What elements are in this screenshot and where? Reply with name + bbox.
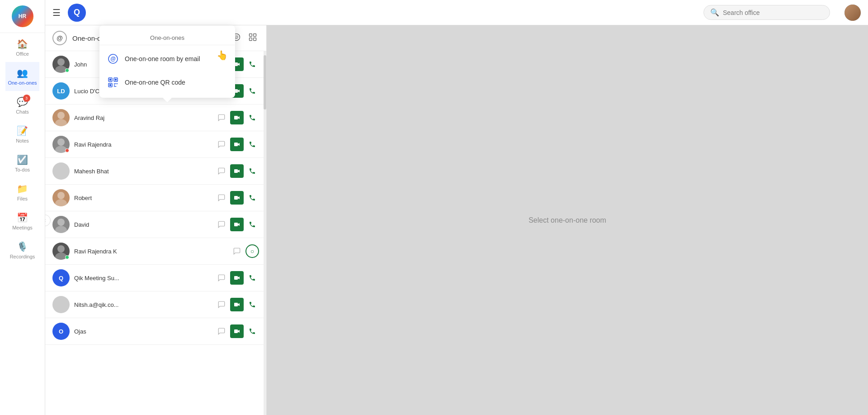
sidebar-item-meetings[interactable]: 📅 Meetings	[5, 207, 39, 236]
logo-circle: HR	[12, 5, 33, 27]
sidebar-item-files[interactable]: 📁 Files	[5, 178, 39, 207]
dropdown-item-qr-code[interactable]: One-on-one QR code	[99, 71, 235, 94]
contact-item[interactable]: O Ojas	[45, 318, 266, 345]
video-button[interactable]	[230, 271, 244, 285]
chat-button[interactable]	[215, 218, 228, 231]
contact-item[interactable]: Mahesh Bhat	[45, 158, 266, 185]
video-button[interactable]	[230, 324, 244, 338]
contacts-list: John LD Lucio D'Costa	[45, 51, 266, 415]
video-button[interactable]	[230, 164, 244, 178]
video-button[interactable]	[230, 138, 244, 151]
video-button[interactable]	[230, 111, 244, 124]
main-area: Select one-on-one room	[267, 25, 868, 415]
contact-name: Ravi Rajendra K	[74, 248, 226, 255]
chat-button[interactable]	[215, 271, 228, 285]
chat-button[interactable]	[230, 244, 244, 258]
contact-item[interactable]: Ravi Rajendra	[45, 131, 266, 158]
video-button[interactable]	[230, 298, 244, 311]
svg-rect-18	[250, 38, 252, 41]
nav-label-todos: To-dos	[15, 167, 30, 172]
sidebar-item-chats[interactable]: 💬 Chats 3	[5, 91, 39, 120]
phone-button[interactable]	[245, 84, 259, 98]
at-icon: @	[52, 31, 67, 45]
select-room-message: Select one-on-one room	[528, 216, 606, 224]
contact-actions	[215, 218, 259, 231]
contact-name: Ojas	[74, 328, 210, 335]
svg-point-26	[57, 192, 65, 199]
contact-name: Qik Meeting Su...	[74, 275, 210, 281]
phone-button[interactable]	[245, 324, 259, 338]
chat-button[interactable]	[215, 138, 228, 151]
phone-button[interactable]	[245, 218, 259, 231]
phone-button[interactable]	[245, 164, 259, 178]
video-button[interactable]	[230, 191, 244, 205]
hamburger-button[interactable]: ☰	[52, 7, 61, 18]
svg-rect-7	[109, 84, 111, 86]
circle-button[interactable]: ○	[245, 244, 259, 258]
phone-button[interactable]	[245, 111, 259, 124]
sidebar-item-office[interactable]: 🏠 Office	[5, 33, 39, 62]
contact-actions	[215, 324, 259, 338]
svg-text:@: @	[110, 56, 116, 62]
chat-button[interactable]	[215, 111, 228, 124]
chat-button[interactable]	[215, 191, 228, 205]
nav-label-meetings: Meetings	[12, 225, 33, 230]
chat-button[interactable]	[215, 324, 228, 338]
contact-item[interactable]: Robert	[45, 185, 266, 211]
nav-icon-todos: ☑️	[17, 154, 28, 165]
sidebar-item-recordings[interactable]: 🎙️ Recordings	[5, 236, 39, 265]
nav-icon-one-on-ones: 👥	[17, 67, 28, 78]
scrollbar-track[interactable]	[264, 51, 266, 415]
contact-actions	[215, 164, 259, 178]
contact-avatar	[52, 56, 70, 73]
dropdown-item-by-email[interactable]: @ One-on-one room by email	[99, 47, 235, 71]
phone-button[interactable]	[245, 191, 259, 205]
contact-item[interactable]: David	[45, 211, 266, 238]
svg-point-28	[57, 219, 65, 226]
svg-point-27	[55, 199, 67, 206]
cursor-hand: 👆	[217, 50, 228, 61]
nav-label-office: Office	[16, 51, 29, 57]
sidebar-item-one-on-ones[interactable]: 👥 One-on-ones	[5, 62, 39, 91]
contact-item[interactable]: Ravi Rajendra K ○	[45, 238, 266, 265]
grid-action-button[interactable]	[246, 31, 259, 45]
phone-button[interactable]	[245, 298, 259, 311]
dropdown-item-email-label: One-on-one room by email	[125, 55, 200, 62]
nav-icon-files: 📁	[17, 183, 28, 194]
svg-rect-13	[115, 86, 116, 87]
phone-button[interactable]	[245, 57, 259, 71]
contact-item[interactable]: Q Qik Meeting Su...	[45, 265, 266, 291]
contact-item[interactable]: Aravind Raj	[45, 105, 266, 131]
contact-avatar: Q	[52, 269, 70, 286]
sidebar-item-todos[interactable]: ☑️ To-dos	[5, 149, 39, 178]
svg-rect-17	[254, 34, 256, 37]
contact-actions	[215, 298, 259, 311]
dropdown-item-qr-label: One-on-one QR code	[125, 79, 185, 86]
contact-avatar	[52, 136, 70, 153]
sidebar-item-notes[interactable]: 📝 Notes	[5, 120, 39, 149]
create-dropdown-popup: One-on-ones @ One-on-one room by email	[99, 25, 235, 98]
video-button[interactable]	[230, 218, 244, 231]
app-logo: HR	[0, 0, 45, 33]
phone-button[interactable]	[245, 271, 259, 285]
dropdown-arrow	[163, 98, 172, 102]
svg-rect-10	[117, 83, 118, 84]
contact-avatar: O	[52, 323, 70, 340]
svg-rect-12	[114, 86, 115, 87]
contact-name: Ravi Rajendra	[74, 141, 210, 148]
avatar-initials: Q	[59, 275, 63, 281]
contact-item[interactable]: Nitsh.a@qik.co...	[45, 291, 266, 318]
contact-actions	[215, 111, 259, 124]
chat-button[interactable]	[215, 298, 228, 311]
search-input[interactable]	[723, 9, 823, 16]
contact-avatar	[52, 243, 70, 260]
scrollbar-thumb[interactable]	[264, 55, 266, 110]
chat-button[interactable]	[215, 164, 228, 178]
nav-label-one-on-ones: One-on-ones	[8, 80, 37, 86]
online-indicator	[65, 255, 69, 259]
user-avatar[interactable]	[844, 5, 861, 21]
avatar-initials: LD	[57, 88, 65, 95]
phone-button[interactable]	[245, 138, 259, 151]
sidebar-nav: HR 🏠 Office 👥 One-on-ones 💬 Chats 3 📝 No…	[0, 0, 45, 415]
contact-actions	[215, 138, 259, 151]
